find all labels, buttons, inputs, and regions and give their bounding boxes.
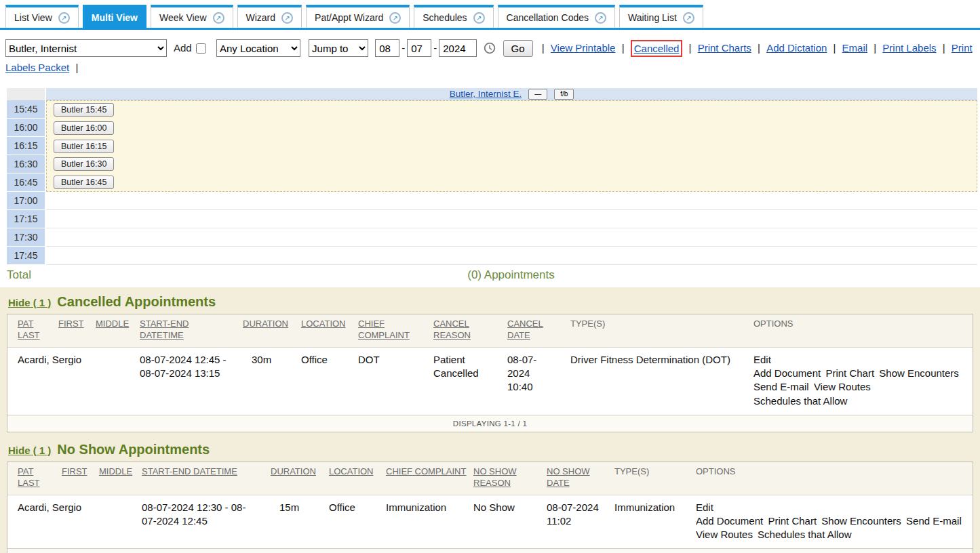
col-start-end-datetime[interactable]: START-END DATETIME [140,319,189,340]
col-middle[interactable]: MIDDLE [99,466,132,476]
popout-icon[interactable]: ↗ [281,12,293,24]
col-no-show-date[interactable]: NO SHOW DATE [547,466,590,488]
fb-toggle-button[interactable]: f/b [554,89,574,100]
collapse-column-button[interactable]: — [528,89,547,100]
cancel-date: 08-07-2024 10:40 [507,353,570,408]
total-label: Total [7,268,45,282]
go-button[interactable]: Go [503,40,533,57]
print-charts-link[interactable]: Print Charts [698,42,751,54]
add-document-link[interactable]: Add Document [753,367,821,380]
separator: | [75,62,78,73]
tab-pat-appt-wizard[interactable]: Pat/Appt Wizard ↗ [306,5,410,28]
col-no-show-reason[interactable]: NO SHOW REASON [473,466,517,488]
add-document-link[interactable]: Add Document [696,514,763,528]
date-year-input[interactable] [439,39,477,57]
slot-button[interactable]: Butler 16:30 [54,157,114,171]
show-encounters-link[interactable]: Show Encounters [821,514,901,528]
send-email-link[interactable]: Send E-mail [906,514,962,528]
add-checkbox[interactable] [196,43,206,54]
tab-multi-view[interactable]: Multi View [83,5,146,28]
slot-row: Butler 16:15 [47,137,977,155]
popout-icon[interactable]: ↗ [58,12,70,24]
total-row: Total (0) Appointments [7,266,977,284]
provider-link[interactable]: Butler, Internist E. [450,89,522,99]
slot-button[interactable]: Butler 16:15 [54,140,114,153]
time-column: 15:45 16:00 16:15 16:30 16:45 17:00 17:1… [7,100,45,265]
schedules-that-allow-link[interactable]: Schedules that Allow [753,394,847,408]
edit-link[interactable]: Edit [753,353,771,367]
col-first[interactable]: FIRST [58,319,84,329]
view-routes-link[interactable]: View Routes [814,380,871,394]
col-start-end-datetime[interactable]: START-END DATETIME [142,466,237,476]
start-end-datetime: 08-07-2024 12:45 - 08-07-2024 13:15 [140,353,243,408]
slot-button[interactable]: Butler 16:45 [54,176,114,189]
highlight-annotation: Cancelled [631,40,683,57]
tab-schedules[interactable]: Schedules ↗ [414,5,493,28]
tab-label: Week View [159,12,207,23]
tab-week-view[interactable]: Week View ↗ [151,5,233,28]
schedules-that-allow-link[interactable]: Schedules that Allow [758,528,851,541]
col-chief-complaint[interactable]: CHIEF COMPLAINT [358,319,410,340]
clock-icon[interactable] [484,42,496,54]
slot-button[interactable]: Butler 16:00 [54,121,114,135]
slot-row: Butler 16:30 [47,155,977,173]
provider-column: Butler 15:45 Butler 16:00 Butler 16:15 B… [46,100,977,265]
email-link[interactable]: Email [842,42,868,54]
appointments-count: (0) Appointments [45,268,977,282]
location: Office [329,501,386,542]
date-month-input[interactable] [375,39,399,57]
time-label: 16:00 [7,119,45,136]
available-slots-area: Butler 15:45 Butler 16:00 Butler 16:15 B… [46,100,977,192]
col-pat-last[interactable]: PAT LAST [18,466,40,488]
date-separator: - [401,42,405,54]
tab-waiting-list[interactable]: Waiting List ↗ [619,5,703,28]
time-label: 15:45 [7,100,45,118]
jump-to-select[interactable]: Jump to [309,39,368,57]
tab-label: Waiting List [628,12,677,23]
edit-link[interactable]: Edit [696,501,713,514]
slot-button[interactable]: Butler 15:45 [54,103,114,117]
add-label: Add [174,42,192,54]
add-dictation-link[interactable]: Add Dictation [766,42,827,54]
col-location[interactable]: LOCATION [329,466,374,476]
schedule-body: 15:45 16:00 16:15 16:30 16:45 17:00 17:1… [7,100,977,265]
col-duration[interactable]: DURATION [271,466,316,476]
col-location[interactable]: LOCATION [301,319,346,329]
popout-icon[interactable]: ↗ [473,12,485,24]
location-select[interactable]: Any Location [216,39,300,57]
col-pat-last[interactable]: PAT LAST [18,319,40,340]
patient-name[interactable]: Acardi, Sergio [18,501,62,542]
view-printable-link[interactable]: View Printable [551,42,616,54]
col-cancel-reason[interactable]: CANCEL REASON [433,319,471,340]
cancelled-link[interactable]: Cancelled [634,43,680,54]
send-email-link[interactable]: Send E-mail [753,380,809,394]
options-cell: Edit Add Document Print Chart Show Encou… [753,353,973,408]
col-cancel-date[interactable]: CANCEL DATE [507,319,543,340]
col-types: TYPE(S) [614,466,649,476]
popout-icon[interactable]: ↗ [213,12,224,24]
col-first[interactable]: FIRST [62,466,87,476]
col-duration[interactable]: DURATION [243,319,288,329]
col-middle[interactable]: MIDDLE [96,319,129,329]
popout-icon[interactable]: ↗ [389,12,401,24]
tab-list-view[interactable]: List View ↗ [5,5,79,28]
print-chart-link[interactable]: Print Chart [768,514,817,528]
print-labels-link[interactable]: Print Labels [882,42,936,54]
middle-name-cell [96,353,140,408]
appointment-types: Immunization [614,501,696,542]
hide-no-show-link[interactable]: Hide ( 1 ) [8,445,51,456]
date-day-input[interactable] [407,39,431,57]
tab-label: List View [14,12,52,23]
col-types: TYPE(S) [570,319,605,329]
tab-cancellation-codes[interactable]: Cancellation Codes ↗ [498,5,615,28]
patient-name[interactable]: Acardi, Sergio [18,353,58,408]
hide-cancelled-link[interactable]: Hide ( 1 ) [8,297,51,308]
popout-icon[interactable]: ↗ [683,12,694,24]
col-chief-complaint[interactable]: CHIEF COMPLAINT [386,466,466,476]
provider-select[interactable]: Butler, Internist [5,39,167,57]
show-encounters-link[interactable]: Show Encounters [879,367,959,380]
view-routes-link[interactable]: View Routes [696,528,753,541]
tab-wizard[interactable]: Wizard ↗ [237,5,302,28]
print-chart-link[interactable]: Print Chart [825,367,874,380]
popout-icon[interactable]: ↗ [595,12,606,24]
